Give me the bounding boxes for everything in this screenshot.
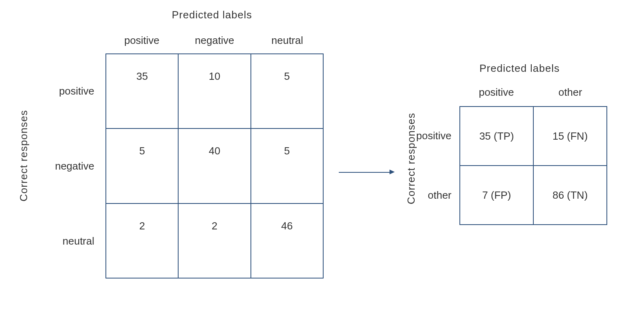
right-cell-tn: 86 (TN) — [533, 166, 606, 224]
left-row-label-neutral: neutral — [40, 203, 100, 278]
right-col-label-other: other — [533, 86, 607, 99]
left-col-label-neutral: neutral — [251, 34, 324, 47]
left-row-labels: positive negative neutral — [40, 53, 100, 278]
left-column-labels: positive negative neutral — [105, 34, 324, 47]
table-row: 35 (TP) 15 (FN) — [460, 107, 606, 165]
left-confusion-matrix: 35 10 5 5 40 5 2 2 46 — [105, 53, 324, 278]
right-cell-fn: 15 (FN) — [533, 107, 606, 165]
left-cell-2-0: 2 — [106, 204, 178, 278]
left-cell-0-1: 10 — [178, 54, 250, 128]
left-correct-title: Correct responses — [18, 110, 30, 201]
left-col-label-negative: negative — [178, 34, 251, 47]
left-col-label-positive: positive — [105, 34, 178, 47]
right-cell-tp: 35 (TP) — [460, 107, 533, 165]
right-col-label-positive: positive — [459, 86, 533, 99]
left-cell-1-0: 5 — [106, 129, 178, 203]
left-row-label-negative: negative — [40, 128, 100, 203]
right-row-label-positive: positive — [414, 106, 455, 166]
right-row-labels: positive other — [414, 106, 455, 225]
left-cell-1-2: 5 — [250, 129, 323, 203]
left-predicted-title: Predicted labels — [172, 9, 252, 21]
table-row: 2 2 46 — [106, 203, 323, 278]
right-column-labels: positive other — [459, 86, 607, 99]
table-row: 5 40 5 — [106, 128, 323, 203]
right-confusion-matrix: 35 (TP) 15 (FN) 7 (FP) 86 (TN) — [459, 106, 607, 225]
left-cell-2-2: 46 — [250, 204, 323, 278]
right-cell-fp: 7 (FP) — [460, 166, 533, 224]
left-cell-0-2: 5 — [250, 54, 323, 128]
left-row-label-positive: positive — [40, 53, 100, 128]
left-cell-1-1: 40 — [178, 129, 250, 203]
arrow-icon — [339, 168, 395, 176]
left-cell-2-1: 2 — [178, 204, 250, 278]
table-row: 7 (FP) 86 (TN) — [460, 165, 606, 224]
left-cell-0-0: 35 — [106, 54, 178, 128]
right-predicted-title: Predicted labels — [479, 62, 560, 75]
table-row: 35 10 5 — [106, 54, 323, 128]
right-row-label-other: other — [414, 166, 455, 225]
